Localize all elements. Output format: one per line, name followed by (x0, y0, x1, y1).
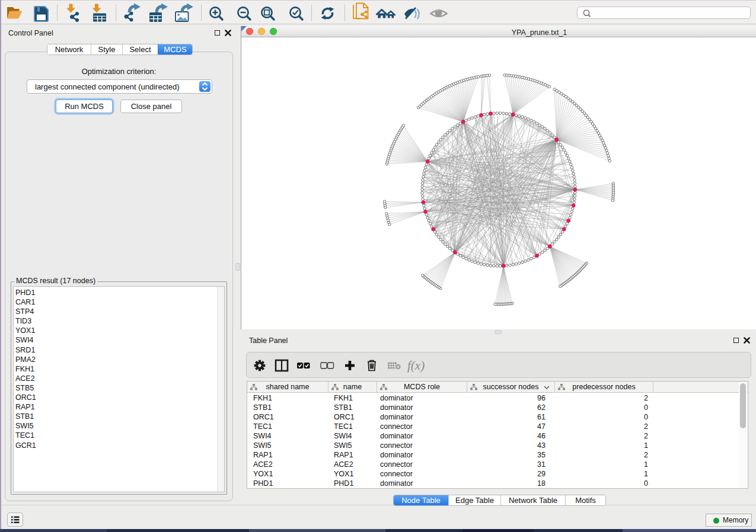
svg-text:f(x): f(x) (407, 358, 425, 373)
